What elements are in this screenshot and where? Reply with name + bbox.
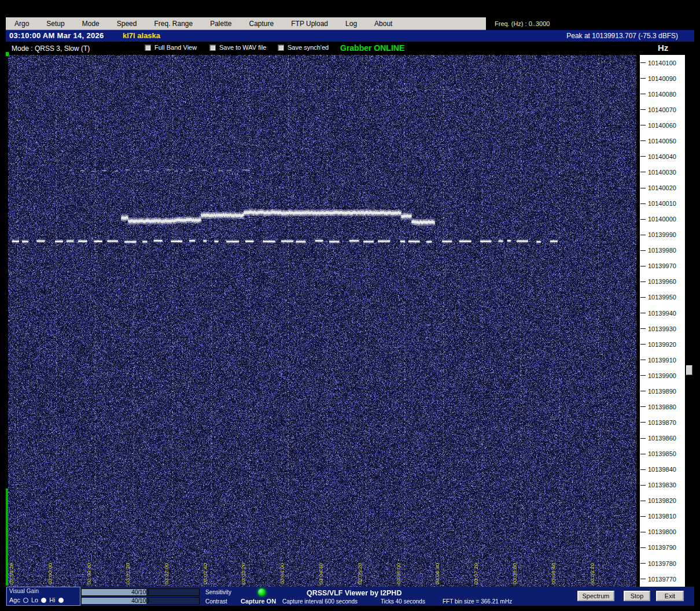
freq-tick-mark [640,94,646,94]
menu-item-log[interactable]: Log [337,20,366,28]
sensitivity-label: Sensitivity [205,589,231,595]
freq-scale-row: 10140080 [640,86,685,102]
freq-tick-mark [640,375,646,376]
save-synched-label: Save synch'ed [288,44,329,51]
full-band-view-label: Full Band View [154,44,197,51]
freq-scale-row: 10139880 [640,399,685,414]
freq-label: 10139840 [648,466,676,473]
freq-tick-mark [640,360,646,360]
time-axis-label: 03:05:20 [356,563,363,584]
menu-item-ftp-upload[interactable]: FTP Upload [282,20,337,28]
freq-range-readout: Freq. (Hz) : 0..3000 [495,20,550,27]
freq-scale-row: 10139940 [640,305,685,321]
sensitivity-slider[interactable]: 40/100 [81,588,200,596]
scale-scrollbar-thumb[interactable] [686,365,692,375]
freq-tick-mark [640,469,646,470]
time-axis-label: 03:04:00 [279,563,285,584]
stop-button[interactable]: Stop [624,591,650,601]
capture-on-status: Capture ON [241,598,276,605]
hi-label: Hi [49,597,55,603]
freq-scale-row: 10140030 [640,164,685,180]
time-axis-label: 03:09:20 [589,563,595,584]
time-axis-label: 03:02:00 [163,563,170,584]
freq-scale-row: 10139840 [640,462,685,477]
freq-label: 10140050 [648,138,676,145]
freq-label: 10139960 [648,278,676,285]
freq-scale-row: 10139910 [640,352,685,368]
waterfall-canvas[interactable] [8,55,636,587]
freq-label: 10140080 [648,91,676,98]
time-axis-label: 03:04:40 [318,563,324,584]
freq-label: 10139820 [648,497,676,504]
contrast-label: Contrast [205,598,227,605]
menu-item-about[interactable]: About [366,20,401,28]
freq-label: 10140070 [648,106,676,113]
menu-item-palette[interactable]: Palette [201,20,240,28]
freq-scale-row: 10140090 [640,71,685,86]
freq-label: 10140060 [648,122,676,129]
freq-label: 10139900 [648,372,676,379]
freq-label: 10139800 [648,528,676,535]
spectrum-button[interactable]: Spectrum [577,591,614,601]
argo-window: ArgoSetupModeSpeedFreq. RangePaletteCapt… [0,0,700,611]
freq-tick-mark [640,156,646,157]
fft-bin-size-label: FFT bin size = 366.21 mHz [443,598,512,605]
freq-scale-row: 10139860 [640,431,685,446]
save-synched-checkbox[interactable]: Save synch'ed [278,44,329,51]
peak-readout: Peak at 10139913.707 (-75.3 dBFS) [566,32,678,40]
menu-item-setup[interactable]: Setup [38,20,73,28]
checkbox-icon[interactable] [209,45,216,51]
clock-datetime: 03:10:00 AM Mar 14, 2026 [9,31,104,40]
menu-item-capture[interactable]: Capture [241,20,283,28]
time-axis-label: 03:07:20 [473,563,479,584]
app-title: QRSS/VLF Viewer by I2PHD [307,589,401,597]
time-axis-label: 03:06:40 [434,563,440,584]
freq-tick-mark [640,125,646,125]
freq-label: 10139880 [648,403,676,410]
freq-label: 10139810 [648,513,676,520]
menu-item-freq-range[interactable]: Freq. Range [145,20,201,28]
checkbox-icon[interactable] [145,45,151,51]
menu-item-mode[interactable]: Mode [73,20,108,28]
freq-tick-mark [640,579,646,579]
freq-tick-mark [640,532,646,532]
freq-scale-row: 10139870 [640,414,685,430]
freq-tick-mark [640,563,646,564]
time-axis-label: 03:01:20 [124,563,131,584]
freq-tick-mark [640,547,646,548]
menu-item-speed[interactable]: Speed [108,20,146,28]
full-band-view-checkbox[interactable]: Full Band View [145,44,197,51]
freq-tick-mark [640,62,646,63]
freq-scale-row: 10139810 [640,509,685,524]
freq-tick-mark [640,454,646,454]
waterfall-display[interactable]: 02:59:2003:00:0003:00:4003:01:2003:02:00… [8,55,636,587]
exit-button[interactable]: Exit [656,591,684,601]
freq-tick-mark [640,282,646,282]
lo-radio[interactable] [41,598,46,603]
freq-label: 10139870 [648,419,676,426]
time-axis-label: 02:59:20 [8,563,14,584]
visual-gain-label: Visual Gain [9,588,39,594]
freq-label: 10140030 [648,169,676,176]
save-wav-checkbox[interactable]: Save to WAV file [209,44,266,51]
freq-label: 10139940 [648,310,676,317]
freq-tick-mark [640,344,646,345]
agc-radio[interactable] [23,598,28,603]
time-axis-label: 03:03:20 [240,563,246,584]
checkbox-icon[interactable] [278,45,284,51]
contrast-slider[interactable]: 40/100 [81,597,200,605]
freq-label: 10139930 [648,325,676,332]
freq-scale-row: 10140040 [640,149,685,164]
callsign-label: kl7l alaska [123,31,160,40]
hi-radio[interactable] [58,598,64,603]
visual-gain-radios: Agc Lo Hi [9,597,64,603]
freq-label: 10139890 [648,388,676,395]
freq-scale-row: 10140060 [640,117,685,133]
freq-tick-mark [640,391,646,391]
freq-scale-row: 10139770 [640,571,685,587]
freq-tick-mark [640,313,646,313]
freq-label: 10139830 [648,482,676,488]
time-axis-label: 03:02:40 [202,563,208,584]
capture-interval-label: Capture interval 600 seconds [282,598,358,605]
menu-item-argo[interactable]: Argo [6,20,38,28]
